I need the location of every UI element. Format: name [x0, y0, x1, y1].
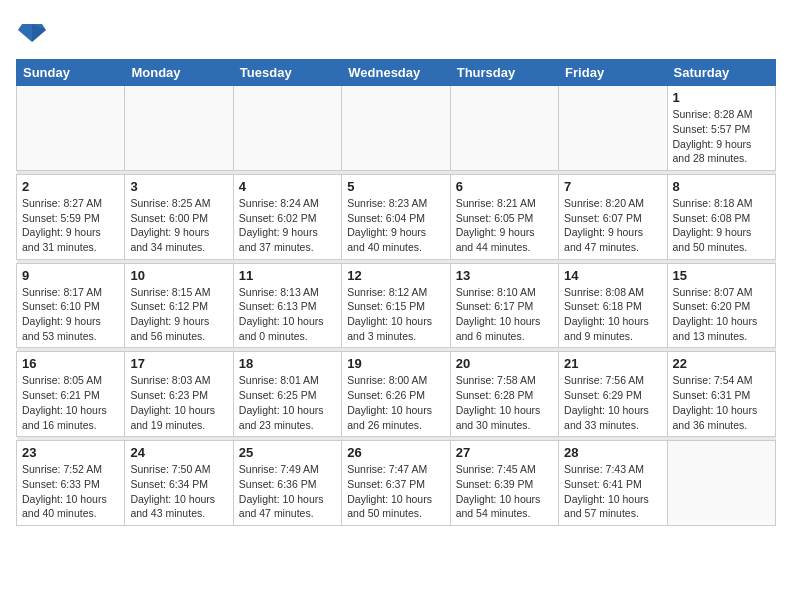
- day-cell: [233, 86, 341, 171]
- week-row-1: 1Sunrise: 8:28 AMSunset: 5:57 PMDaylight…: [17, 86, 776, 171]
- day-number: 25: [239, 445, 336, 460]
- day-cell: 10Sunrise: 8:15 AMSunset: 6:12 PMDayligh…: [125, 263, 233, 348]
- day-cell: 13Sunrise: 8:10 AMSunset: 6:17 PMDayligh…: [450, 263, 558, 348]
- day-number: 13: [456, 268, 553, 283]
- day-number: 26: [347, 445, 444, 460]
- day-cell: 14Sunrise: 8:08 AMSunset: 6:18 PMDayligh…: [559, 263, 667, 348]
- day-info: Sunrise: 8:01 AMSunset: 6:25 PMDaylight:…: [239, 373, 336, 432]
- weekday-header-wednesday: Wednesday: [342, 60, 450, 86]
- weekday-header-thursday: Thursday: [450, 60, 558, 86]
- day-cell: 27Sunrise: 7:45 AMSunset: 6:39 PMDayligh…: [450, 441, 558, 526]
- day-info: Sunrise: 8:27 AMSunset: 5:59 PMDaylight:…: [22, 196, 119, 255]
- day-number: 12: [347, 268, 444, 283]
- day-number: 16: [22, 356, 119, 371]
- day-number: 3: [130, 179, 227, 194]
- day-info: Sunrise: 7:58 AMSunset: 6:28 PMDaylight:…: [456, 373, 553, 432]
- day-info: Sunrise: 8:17 AMSunset: 6:10 PMDaylight:…: [22, 285, 119, 344]
- weekday-header-monday: Monday: [125, 60, 233, 86]
- day-info: Sunrise: 8:07 AMSunset: 6:20 PMDaylight:…: [673, 285, 770, 344]
- day-number: 2: [22, 179, 119, 194]
- day-cell: 4Sunrise: 8:24 AMSunset: 6:02 PMDaylight…: [233, 174, 341, 259]
- day-info: Sunrise: 7:47 AMSunset: 6:37 PMDaylight:…: [347, 462, 444, 521]
- day-cell: 6Sunrise: 8:21 AMSunset: 6:05 PMDaylight…: [450, 174, 558, 259]
- day-cell: 21Sunrise: 7:56 AMSunset: 6:29 PMDayligh…: [559, 352, 667, 437]
- day-info: Sunrise: 7:45 AMSunset: 6:39 PMDaylight:…: [456, 462, 553, 521]
- day-number: 11: [239, 268, 336, 283]
- day-cell: 16Sunrise: 8:05 AMSunset: 6:21 PMDayligh…: [17, 352, 125, 437]
- logo: [16, 16, 46, 49]
- day-number: 22: [673, 356, 770, 371]
- day-number: 8: [673, 179, 770, 194]
- day-info: Sunrise: 8:25 AMSunset: 6:00 PMDaylight:…: [130, 196, 227, 255]
- day-number: 27: [456, 445, 553, 460]
- calendar-table: SundayMondayTuesdayWednesdayThursdayFrid…: [16, 59, 776, 526]
- day-cell: 25Sunrise: 7:49 AMSunset: 6:36 PMDayligh…: [233, 441, 341, 526]
- day-cell: 9Sunrise: 8:17 AMSunset: 6:10 PMDaylight…: [17, 263, 125, 348]
- day-cell: 1Sunrise: 8:28 AMSunset: 5:57 PMDaylight…: [667, 86, 775, 171]
- day-number: 28: [564, 445, 661, 460]
- day-info: Sunrise: 8:24 AMSunset: 6:02 PMDaylight:…: [239, 196, 336, 255]
- day-info: Sunrise: 8:13 AMSunset: 6:13 PMDaylight:…: [239, 285, 336, 344]
- week-row-2: 2Sunrise: 8:27 AMSunset: 5:59 PMDaylight…: [17, 174, 776, 259]
- day-number: 20: [456, 356, 553, 371]
- day-cell: 19Sunrise: 8:00 AMSunset: 6:26 PMDayligh…: [342, 352, 450, 437]
- day-info: Sunrise: 8:28 AMSunset: 5:57 PMDaylight:…: [673, 107, 770, 166]
- day-number: 24: [130, 445, 227, 460]
- day-info: Sunrise: 8:08 AMSunset: 6:18 PMDaylight:…: [564, 285, 661, 344]
- weekday-header-friday: Friday: [559, 60, 667, 86]
- day-number: 18: [239, 356, 336, 371]
- day-cell: [450, 86, 558, 171]
- day-number: 21: [564, 356, 661, 371]
- weekday-header-saturday: Saturday: [667, 60, 775, 86]
- day-number: 14: [564, 268, 661, 283]
- day-number: 5: [347, 179, 444, 194]
- day-number: 9: [22, 268, 119, 283]
- week-row-4: 16Sunrise: 8:05 AMSunset: 6:21 PMDayligh…: [17, 352, 776, 437]
- day-info: Sunrise: 8:10 AMSunset: 6:17 PMDaylight:…: [456, 285, 553, 344]
- weekday-header-tuesday: Tuesday: [233, 60, 341, 86]
- day-cell: 17Sunrise: 8:03 AMSunset: 6:23 PMDayligh…: [125, 352, 233, 437]
- day-cell: [17, 86, 125, 171]
- day-info: Sunrise: 8:20 AMSunset: 6:07 PMDaylight:…: [564, 196, 661, 255]
- day-info: Sunrise: 7:56 AMSunset: 6:29 PMDaylight:…: [564, 373, 661, 432]
- day-cell: 15Sunrise: 8:07 AMSunset: 6:20 PMDayligh…: [667, 263, 775, 348]
- day-info: Sunrise: 8:00 AMSunset: 6:26 PMDaylight:…: [347, 373, 444, 432]
- day-info: Sunrise: 8:05 AMSunset: 6:21 PMDaylight:…: [22, 373, 119, 432]
- day-info: Sunrise: 7:43 AMSunset: 6:41 PMDaylight:…: [564, 462, 661, 521]
- day-cell: 26Sunrise: 7:47 AMSunset: 6:37 PMDayligh…: [342, 441, 450, 526]
- day-number: 4: [239, 179, 336, 194]
- day-cell: [125, 86, 233, 171]
- day-cell: 7Sunrise: 8:20 AMSunset: 6:07 PMDaylight…: [559, 174, 667, 259]
- week-row-3: 9Sunrise: 8:17 AMSunset: 6:10 PMDaylight…: [17, 263, 776, 348]
- day-info: Sunrise: 7:52 AMSunset: 6:33 PMDaylight:…: [22, 462, 119, 521]
- day-info: Sunrise: 8:18 AMSunset: 6:08 PMDaylight:…: [673, 196, 770, 255]
- day-info: Sunrise: 8:21 AMSunset: 6:05 PMDaylight:…: [456, 196, 553, 255]
- day-number: 10: [130, 268, 227, 283]
- logo-icon: [18, 16, 46, 44]
- day-cell: 20Sunrise: 7:58 AMSunset: 6:28 PMDayligh…: [450, 352, 558, 437]
- day-cell: 8Sunrise: 8:18 AMSunset: 6:08 PMDaylight…: [667, 174, 775, 259]
- day-number: 6: [456, 179, 553, 194]
- weekday-header-row: SundayMondayTuesdayWednesdayThursdayFrid…: [17, 60, 776, 86]
- day-number: 1: [673, 90, 770, 105]
- day-cell: 5Sunrise: 8:23 AMSunset: 6:04 PMDaylight…: [342, 174, 450, 259]
- day-cell: 24Sunrise: 7:50 AMSunset: 6:34 PMDayligh…: [125, 441, 233, 526]
- day-info: Sunrise: 8:23 AMSunset: 6:04 PMDaylight:…: [347, 196, 444, 255]
- day-cell: [559, 86, 667, 171]
- weekday-header-sunday: Sunday: [17, 60, 125, 86]
- day-number: 19: [347, 356, 444, 371]
- day-cell: 2Sunrise: 8:27 AMSunset: 5:59 PMDaylight…: [17, 174, 125, 259]
- day-cell: 18Sunrise: 8:01 AMSunset: 6:25 PMDayligh…: [233, 352, 341, 437]
- day-cell: 22Sunrise: 7:54 AMSunset: 6:31 PMDayligh…: [667, 352, 775, 437]
- day-info: Sunrise: 8:12 AMSunset: 6:15 PMDaylight:…: [347, 285, 444, 344]
- day-info: Sunrise: 8:15 AMSunset: 6:12 PMDaylight:…: [130, 285, 227, 344]
- day-cell: [342, 86, 450, 171]
- day-cell: 12Sunrise: 8:12 AMSunset: 6:15 PMDayligh…: [342, 263, 450, 348]
- day-info: Sunrise: 7:49 AMSunset: 6:36 PMDaylight:…: [239, 462, 336, 521]
- day-number: 7: [564, 179, 661, 194]
- day-cell: 23Sunrise: 7:52 AMSunset: 6:33 PMDayligh…: [17, 441, 125, 526]
- page-header: [16, 16, 776, 49]
- day-cell: 28Sunrise: 7:43 AMSunset: 6:41 PMDayligh…: [559, 441, 667, 526]
- day-info: Sunrise: 7:50 AMSunset: 6:34 PMDaylight:…: [130, 462, 227, 521]
- day-cell: [667, 441, 775, 526]
